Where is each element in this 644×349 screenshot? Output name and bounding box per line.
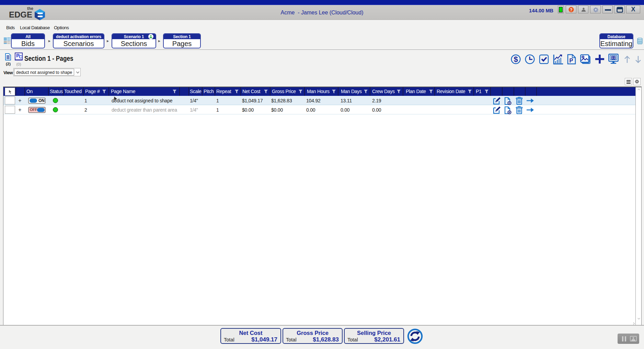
- svg-text:P: P: [570, 58, 573, 64]
- svg-text:$: $: [514, 55, 518, 64]
